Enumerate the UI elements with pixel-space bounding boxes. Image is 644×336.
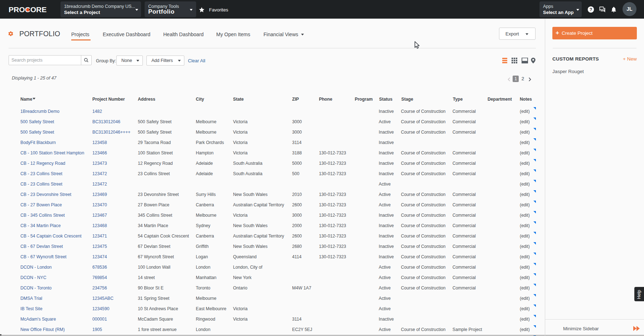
svg-text:?: ? xyxy=(590,7,592,12)
